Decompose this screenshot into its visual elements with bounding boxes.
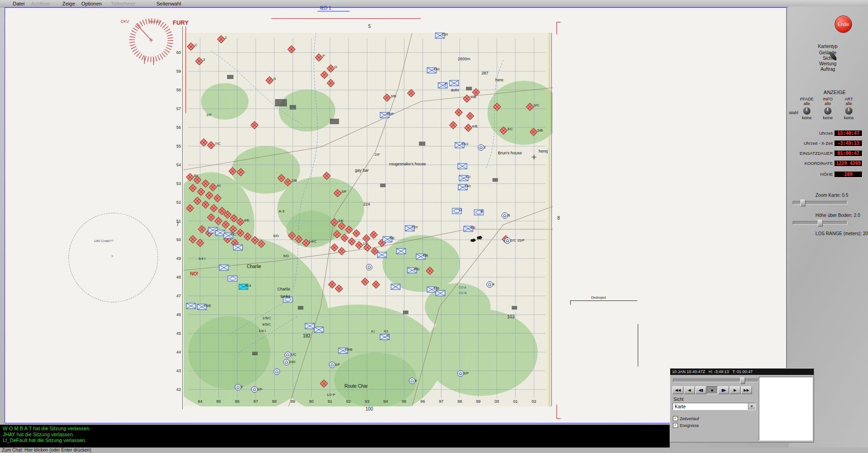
vcr-button-5[interactable]: ▶ <box>730 386 741 394</box>
grid-label-x: 96 <box>418 399 427 404</box>
map-label: 14/C <box>309 239 317 243</box>
map-label-layer: 2800m287hereautoBrun's househerejrougesn… <box>184 33 553 406</box>
kartentyp-options: GeländeSichtWertungAuftrag <box>807 50 848 72</box>
red-bracket-top-right <box>556 22 561 34</box>
kartentyp-option-auftrag[interactable]: Auftrag <box>807 67 848 72</box>
anzeige-column-name: INFO <box>817 97 838 101</box>
vcr-controls: ◀◀◀◀▮■▮▶▶▶▶ <box>672 385 752 394</box>
sicht-label: Sicht <box>673 397 683 402</box>
sicht-dropdown[interactable]: Karte ▼ <box>672 403 756 410</box>
event-listbox[interactable] <box>759 377 813 441</box>
board-annotation: + <box>111 254 113 258</box>
anzeige-column-info: INFOallekeine <box>817 97 838 120</box>
checkbox-box[interactable]: ✓ <box>673 416 678 421</box>
map-label: 1/5/C <box>262 316 271 320</box>
vcr-button-0[interactable]: ◀◀ <box>672 386 683 394</box>
checkbox-ereignisse[interactable]: ✓Ereignisse <box>673 423 699 428</box>
kartentyp-label: Kartentyp <box>807 44 848 49</box>
map-label: 1/2 P <box>327 393 335 397</box>
map-label: CO B <box>459 291 466 295</box>
map-label: 2800m <box>458 57 471 61</box>
map-label: 182 <box>303 333 311 338</box>
kartentyp-option-gelände[interactable]: Gelände <box>807 50 848 56</box>
chat-log[interactable]: W O M B A T hat die Sitzung verlassen.JH… <box>0 425 670 448</box>
kartentyp-option-sicht[interactable]: Sicht <box>807 56 848 61</box>
red-bracket-bottom-right <box>556 405 561 419</box>
grid-label-y: 45 <box>168 331 181 336</box>
los-range-label: LOS RANGE (meters): 2004 <box>815 231 868 236</box>
black-vertical-line <box>638 324 638 366</box>
board-annotation: Red HQ <box>149 20 160 23</box>
grid-label-y: 60 <box>168 50 181 55</box>
anzeige-label: ANZEIGE <box>807 90 862 95</box>
hoehe-slider[interactable] <box>793 221 847 225</box>
vcr-button-2[interactable]: ◀▮ <box>695 386 706 394</box>
grid-label-x: 93 <box>363 399 371 404</box>
hoehe-value: 2.0 <box>854 213 860 218</box>
chat-line: Lt_DeFault hat die Sitzung verlassen. <box>3 437 670 443</box>
checkbox-zeitverlauf[interactable]: ✓Zeitverlauf <box>673 416 699 421</box>
grid-label-x: 95 <box>400 399 408 404</box>
grid-label-x: 86 <box>233 399 241 404</box>
anzeige-knob-pfade[interactable] <box>803 107 810 115</box>
replay-panel: 10 JAN 15:40:47Z H: -3:49:13 T: 01:00:47… <box>670 368 814 442</box>
grid-label-y: 48 <box>168 275 181 279</box>
vcr-button-4[interactable]: ▮▶ <box>718 386 729 394</box>
menu-seitenwahl[interactable]: Seitenwahl <box>156 1 181 6</box>
anzeige-keine-label: keine <box>817 116 838 120</box>
grid-label-y: 52 <box>168 200 181 205</box>
vcr-button-3[interactable]: ■ <box>707 386 718 394</box>
menu-auslser: Auslöser <box>31 1 51 6</box>
menu-teilnehmer: Teilnehmer <box>111 1 136 6</box>
map-label: Route Char <box>344 384 368 389</box>
hoehe-label: Höhe über Boden: 2.0 <box>815 213 860 218</box>
anzeige-knob-info[interactable] <box>824 107 831 115</box>
map-label: CO A <box>459 286 466 289</box>
grid-label-y: 54 <box>168 163 181 167</box>
board-annotation: UAV Crash?? <box>94 239 113 242</box>
zoom-value: 0.5 <box>842 193 848 198</box>
chat-line: W O M B A T hat die Sitzung verlassen. <box>3 426 670 432</box>
grid-label-x: 92 <box>344 399 353 404</box>
map-label: rougesnake's house <box>389 162 426 166</box>
readout-value-koordinate: 1229 4209 <box>834 160 863 167</box>
map-label: 5/D <box>283 254 289 258</box>
grid-label-y: 43 <box>168 369 181 373</box>
vcr-button-1[interactable]: ◀ <box>684 386 695 394</box>
menu-optionen[interactable]: Optionen <box>81 1 102 6</box>
grid-label-y: 59 <box>168 69 181 74</box>
grid-label-x: 85 <box>215 399 223 404</box>
ende-button[interactable]: Ende <box>835 16 852 33</box>
checkbox-label: Ereignisse <box>680 423 699 428</box>
zoom-slider[interactable] <box>793 201 847 205</box>
readout-label-uhrzeit-x-zeit: Uhrzeit - X-Zeit <box>789 141 833 146</box>
grid-label-y: 42 <box>168 387 181 392</box>
anzeige-keine-label: keine <box>838 116 859 120</box>
red-phase-line-top <box>271 18 421 19</box>
grid-label-y: 55 <box>168 144 181 148</box>
time-slider[interactable] <box>673 379 759 382</box>
readout-value-h-he: 289 <box>834 171 863 178</box>
grid-label-x: 88 <box>270 399 278 404</box>
anzeige-knob-art[interactable] <box>845 107 852 115</box>
simulation-window: DateiAuslöserZeigeOptionenTeilnehmerSeit… <box>0 0 868 453</box>
checkbox-box[interactable]: ✓ <box>673 423 678 428</box>
kartentyp-option-wertung[interactable]: Wertung <box>807 61 848 67</box>
vcr-button-6[interactable]: ▶▶ <box>741 386 752 394</box>
map-label: A1 <box>371 330 375 333</box>
zoom-slider-handle[interactable] <box>800 200 805 206</box>
grid-label-x: 87 <box>252 399 260 404</box>
map-label: NO! <box>190 271 198 276</box>
status-bar[interactable]: Zum Chat: Hier klicken (oder Enter drück… <box>0 448 868 453</box>
menu-datei[interactable]: Datei <box>13 1 25 6</box>
map-label: 2/F <box>206 113 212 117</box>
topo-map[interactable]: C23PGG3/B4/B3/C5/B3/C4/B7/C2/B3/F8/I4/I4… <box>184 33 553 406</box>
anzeige-alle-label: alle <box>838 101 859 106</box>
chevron-down-icon[interactable]: ▼ <box>748 403 755 410</box>
grid-label-x: 98 <box>455 399 464 404</box>
red-boundary-line-2 <box>185 26 186 113</box>
time-slider-handle[interactable] <box>740 377 745 384</box>
menu-zeige[interactable]: Zeige <box>62 1 75 6</box>
hoehe-slider-handle[interactable] <box>818 220 823 226</box>
grid-label-x: 97 <box>437 399 445 404</box>
